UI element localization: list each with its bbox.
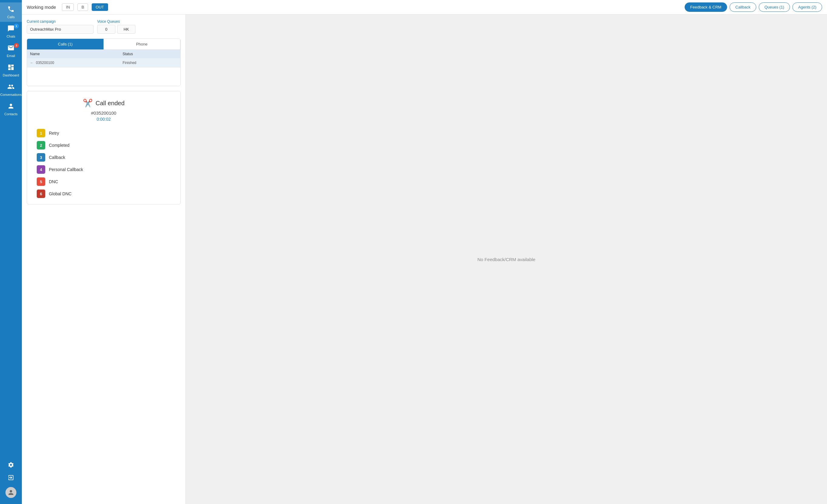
disposition-label-global-dnc: Global DNC — [49, 191, 71, 196]
sidebar-item-dashboard-label: Dashboard — [3, 73, 19, 77]
campaign-field: Current campaign — [27, 19, 94, 34]
conversations-icon — [7, 83, 14, 92]
calls-table-container: Calls (1) Phone Name Status — [27, 39, 181, 86]
sidebar-item-contacts-label: Contacts — [4, 112, 17, 116]
call-ended-icon: ✂️ — [83, 99, 93, 108]
campaign-label: Current campaign — [27, 19, 94, 24]
sidebar: Calls 1 Chats 3 Email Dashboard — [0, 0, 22, 504]
sidebar-bottom — [0, 459, 22, 504]
disposition-retry[interactable]: 1 Retry — [37, 129, 171, 137]
sidebar-item-dashboard[interactable]: Dashboard — [0, 61, 22, 80]
right-panel: No Feedback/CRM available — [186, 14, 827, 504]
campaign-section: Current campaign Voice Queues — [27, 19, 181, 34]
chats-badge: 1 — [14, 24, 19, 29]
chats-icon — [7, 25, 14, 33]
sidebar-item-calls-label: Calls — [7, 15, 14, 19]
disposition-label-dnc: DNC — [49, 179, 58, 184]
disposition-label-personal-callback: Personal Callback — [49, 167, 83, 172]
no-feedback-message: No Feedback/CRM available — [478, 257, 536, 262]
disposition-label-callback: Callback — [49, 155, 65, 160]
sidebar-item-conversations[interactable]: Conversations — [0, 80, 22, 100]
calls-icon — [7, 5, 14, 14]
disposition-global-dnc[interactable]: 6 Global DNC — [37, 189, 171, 198]
row-status: Finished — [119, 58, 180, 68]
contacts-icon — [7, 103, 14, 111]
voice-queues-label: Voice Queues — [97, 19, 135, 24]
disposition-completed[interactable]: 2 Completed — [37, 141, 171, 150]
col-name: Name — [27, 50, 119, 58]
disposition-badge-2: 2 — [37, 141, 45, 150]
sidebar-item-email-label: Email — [7, 54, 15, 58]
tab-agents[interactable]: Agents (2) — [792, 2, 822, 12]
sidebar-item-conversations-label: Conversations — [0, 93, 21, 97]
voice-queues-count[interactable] — [97, 25, 115, 34]
tab-phone[interactable]: Phone — [103, 39, 180, 50]
avatar[interactable] — [0, 485, 22, 500]
sidebar-item-contacts[interactable]: Contacts — [0, 100, 22, 119]
disposition-badge-4: 4 — [37, 165, 45, 174]
campaign-input[interactable] — [27, 25, 94, 34]
mode-out-button[interactable]: OUT — [92, 3, 108, 11]
left-panel: Current campaign Voice Queues Calls — [22, 14, 186, 504]
tab-callback[interactable]: Callback — [730, 2, 756, 12]
call-ended-title: Call ended — [96, 100, 125, 107]
call-ended-number: #035200100 — [32, 110, 176, 116]
sidebar-item-email[interactable]: 3 Email — [0, 41, 22, 61]
disposition-label-completed: Completed — [49, 143, 69, 148]
logout-button[interactable] — [0, 472, 22, 484]
disposition-label-retry: Retry — [49, 131, 59, 135]
tab-feedback-crm[interactable]: Feedback & CRM — [685, 2, 727, 12]
sidebar-item-chats-label: Chats — [7, 35, 15, 38]
content-area: Current campaign Voice Queues Calls — [22, 14, 827, 504]
row-name: ← 035200100 — [27, 58, 119, 68]
table-row[interactable]: ← 035200100 Finished — [27, 58, 180, 68]
user-avatar — [5, 487, 16, 498]
nav-tabs: Feedback & CRM Callback Queues (1) Agent… — [685, 2, 822, 12]
working-mode-label: Working mode — [27, 5, 56, 10]
voice-queues-region[interactable] — [117, 25, 135, 34]
mode-b-button[interactable]: B — [78, 3, 88, 11]
disposition-badge-3: 3 — [37, 153, 45, 162]
call-ended-duration: 0:00:02 — [32, 117, 176, 122]
calls-table: Name Status ← 035200100 Finished — [27, 50, 180, 68]
disposition-badge-6: 6 — [37, 189, 45, 198]
settings-button[interactable] — [0, 459, 22, 471]
disposition-dnc[interactable]: 5 DNC — [37, 177, 171, 186]
top-bar: Working mode IN B OUT Feedback & CRM Cal… — [22, 0, 827, 14]
calls-tabs: Calls (1) Phone — [27, 39, 180, 50]
tab-calls[interactable]: Calls (1) — [27, 39, 103, 50]
email-icon — [7, 44, 14, 53]
main-content: Working mode IN B OUT Feedback & CRM Cal… — [22, 0, 827, 504]
disposition-callback[interactable]: 3 Callback — [37, 153, 171, 162]
sidebar-item-calls[interactable]: Calls — [0, 2, 22, 22]
tab-queues[interactable]: Queues (1) — [759, 2, 790, 12]
arrow-icon: ← — [30, 61, 34, 65]
disposition-badge-1: 1 — [37, 129, 45, 137]
disposition-list: 1 Retry 2 Completed 3 — [32, 129, 176, 198]
email-badge: 3 — [14, 43, 19, 48]
mode-in-button[interactable]: IN — [62, 3, 74, 11]
disposition-personal-callback[interactable]: 4 Personal Callback — [37, 165, 171, 174]
dashboard-icon — [7, 64, 14, 72]
sidebar-item-chats[interactable]: 1 Chats — [0, 22, 22, 41]
col-status: Status — [119, 50, 180, 58]
disposition-badge-5: 5 — [37, 177, 45, 186]
voice-queues-field: Voice Queues — [97, 19, 135, 34]
call-ended-section: ✂️ Call ended #035200100 0:00:02 1 Retry — [27, 91, 181, 205]
